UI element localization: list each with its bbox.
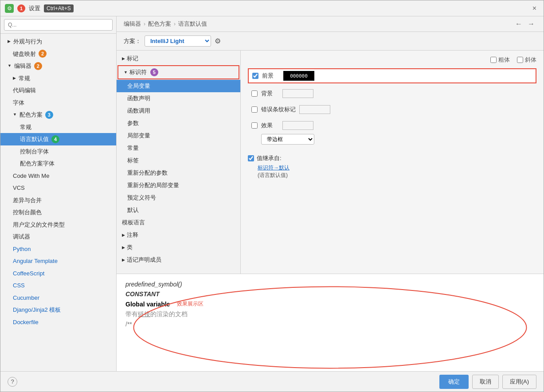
- sidebar-item-dockerfile[interactable]: Dockerfile: [0, 316, 116, 329]
- sidebar-item-vcs[interactable]: VCS: [0, 182, 116, 194]
- inherit-sub-row: 标识符→默认 (语言默认值): [248, 164, 536, 179]
- sidebar-item-general[interactable]: ▶ 常规: [0, 72, 116, 85]
- help-button[interactable]: ?: [8, 377, 17, 387]
- inherit-section: 值继承自: 标识符→默认 (语言默认值): [248, 154, 536, 179]
- sidebar-item-django[interactable]: Django/Jinja2 模板: [0, 304, 116, 316]
- token-label: 函数声明: [127, 94, 150, 102]
- error-stripe-label: 错误条纹标记: [261, 106, 296, 114]
- sidebar-item-angular[interactable]: Angular Template: [0, 255, 116, 267]
- foreground-color-swatch[interactable]: 000000: [283, 71, 314, 81]
- sidebar-item-label: 差异与合并: [13, 196, 42, 205]
- bold-checkbox[interactable]: [490, 57, 497, 63]
- italic-checkbox[interactable]: [517, 57, 523, 63]
- error-stripe-color-swatch[interactable]: [299, 105, 330, 114]
- token-label: 重新分配的局部变量: [127, 181, 179, 189]
- token-label: 参数: [127, 119, 139, 127]
- sidebar-item-label: 代码编辑: [13, 86, 36, 95]
- token-section-marks[interactable]: ▶ 标记: [117, 52, 240, 65]
- token-item-param[interactable]: 参数: [117, 117, 240, 129]
- cancel-button[interactable]: 取消: [472, 375, 499, 389]
- token-section-classes[interactable]: ▶ 类: [117, 241, 240, 254]
- sidebar-item-file-types[interactable]: 用户定义的文件类型: [0, 219, 116, 231]
- nav-back-button[interactable]: ←: [513, 20, 524, 28]
- token-item-local-var[interactable]: 局部变量: [117, 129, 240, 142]
- sidebar-item-code-with-me[interactable]: Code With Me: [0, 170, 116, 182]
- apply-button[interactable]: 应用(A): [502, 375, 536, 389]
- token-item-default[interactable]: 默认: [117, 204, 240, 216]
- sidebar-item-editor[interactable]: ▼ 编辑器 2: [0, 60, 116, 72]
- foreground-label: 前景: [262, 72, 280, 80]
- sidebar-item-lang-defaults[interactable]: 语言默认值 4: [0, 133, 116, 145]
- token-item-constant[interactable]: 常量: [117, 142, 240, 154]
- nav-forward-button[interactable]: →: [526, 20, 536, 28]
- inherit-sub-label: (语言默认值): [258, 172, 288, 178]
- sidebar-item-appearance[interactable]: ▶ 外观与行为: [0, 35, 116, 48]
- inherit-checkbox[interactable]: [248, 155, 254, 161]
- breadcrumb-sep1: ›: [144, 21, 145, 27]
- token-item-reassigned-param[interactable]: 重新分配的参数: [117, 167, 240, 179]
- nav-arrows: ← →: [513, 20, 536, 28]
- scheme-gear-button[interactable]: ⚙: [215, 37, 221, 45]
- token-item-func-decl[interactable]: 函数声明: [117, 92, 240, 105]
- error-stripe-checkbox[interactable]: [251, 106, 258, 113]
- token-label: 适记声明成员: [127, 256, 161, 264]
- sidebar-nav: ▶ 外观与行为 键盘映射 2 ▼ 编辑器 2 ▶ 常规 代码编辑: [0, 34, 116, 371]
- sidebar-item-general2[interactable]: 常规: [0, 121, 116, 133]
- sidebar-item-cucumber[interactable]: Cucumber: [0, 292, 116, 304]
- foreground-checkbox[interactable]: [252, 73, 258, 79]
- token-item-global-var[interactable]: 全局变量: [117, 80, 240, 92]
- breadcrumb: 编辑器 › 配色方案 › 语言默认值 ← →: [117, 16, 544, 32]
- inherit-link[interactable]: 标识符→默认: [258, 165, 290, 171]
- token-item-func-call[interactable]: 函数调用: [117, 105, 240, 117]
- expand-icon: ▶: [8, 39, 11, 45]
- search-input[interactable]: [4, 19, 113, 31]
- token-label: 局部变量: [127, 132, 150, 140]
- sidebar-item-diff[interactable]: 差异与合并: [0, 194, 116, 207]
- sidebar-item-font[interactable]: 字体: [0, 97, 116, 109]
- sidebar: ▶ 外观与行为 键盘映射 2 ▼ 编辑器 2 ▶ 常规 代码编辑: [0, 16, 117, 371]
- scheme-bar: 方案： IntelliJ Light Darcula ⚙: [117, 32, 544, 51]
- sidebar-item-label: Cucumber: [13, 294, 39, 302]
- badge-1: 1: [17, 4, 25, 12]
- token-section-identifiers[interactable]: ▼ 标识符 5: [117, 65, 239, 79]
- sidebar-item-console-font[interactable]: 控制台字体: [0, 145, 116, 158]
- background-color-swatch[interactable]: [282, 89, 313, 98]
- badge-2: 2: [39, 50, 47, 58]
- preview-line4: 带有链接的渲染的文档: [125, 309, 535, 319]
- sidebar-item-label: 用户定义的文件类型: [13, 220, 65, 229]
- italic-label: 斜体: [525, 56, 536, 64]
- badge-editor: 2: [34, 62, 42, 70]
- token-item-label[interactable]: 标签: [117, 154, 240, 167]
- sidebar-item-code-editing[interactable]: 代码编辑: [0, 84, 116, 97]
- breadcrumb-nav: 编辑器 › 配色方案 › 语言默认值: [124, 20, 207, 28]
- token-label: 模板语言: [122, 219, 145, 227]
- background-checkbox[interactable]: [251, 90, 258, 97]
- effects-checkbox[interactable]: [251, 122, 258, 129]
- sidebar-item-css[interactable]: CSS: [0, 279, 116, 292]
- sidebar-item-label: Django/Jinja2 模板: [13, 306, 61, 314]
- effects-color-swatch[interactable]: [282, 121, 313, 130]
- token-section-decl-members[interactable]: ▶ 适记声明成员: [117, 254, 240, 266]
- sidebar-item-keymap[interactable]: 键盘映射 2: [0, 48, 116, 60]
- scheme-select[interactable]: IntelliJ Light Darcula: [145, 35, 211, 47]
- preview-link-rest: 的渲染的文档: [150, 310, 188, 318]
- token-section-comments[interactable]: ▶ 注释: [117, 229, 240, 241]
- sidebar-item-coffeescript[interactable]: CoffeeScript: [0, 267, 116, 280]
- sidebar-item-label: 调试器: [13, 232, 30, 241]
- sidebar-item-python[interactable]: Python: [0, 243, 116, 255]
- confirm-button[interactable]: 确定: [439, 375, 469, 389]
- background-row: 背景: [248, 88, 536, 99]
- token-item-predef[interactable]: 预定义符号: [117, 192, 240, 204]
- close-button[interactable]: ×: [530, 4, 539, 13]
- sidebar-item-label: 常规: [20, 123, 31, 132]
- sidebar-item-scheme-font[interactable]: 配色方案字体: [0, 157, 116, 170]
- sidebar-item-label: VCS: [13, 184, 25, 192]
- sidebar-item-debugger[interactable]: 调试器: [0, 231, 116, 243]
- sidebar-item-console-colors[interactable]: 控制台颜色: [0, 206, 116, 219]
- token-item-template[interactable]: 模板语言: [117, 216, 240, 229]
- token-item-reassigned-local[interactable]: 重新分配的局部变量: [117, 179, 240, 192]
- sidebar-item-color-scheme[interactable]: ▼ 配色方案 3: [0, 109, 116, 121]
- sidebar-item-label: 控制台颜色: [13, 208, 42, 217]
- effect-type-select[interactable]: 带边框 下划线 虚线下划线: [261, 134, 314, 145]
- background-label: 背景: [261, 90, 279, 98]
